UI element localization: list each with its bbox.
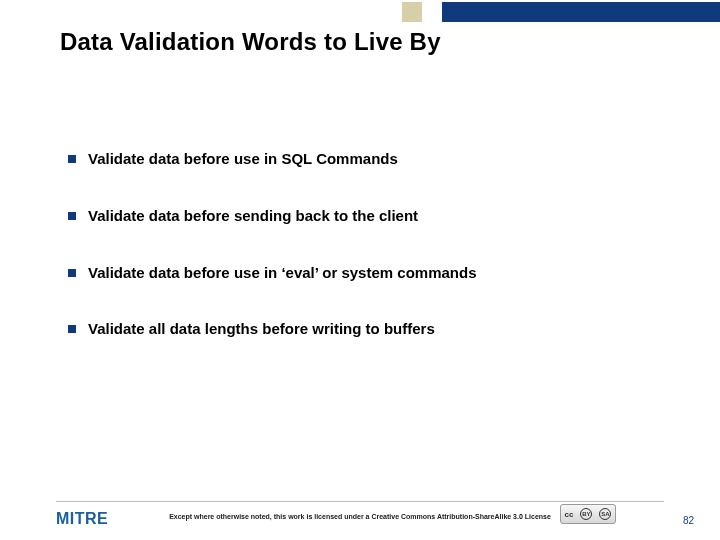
cc-label: cc — [565, 510, 574, 519]
bullet-list: Validate data before use in SQL Commands… — [68, 150, 680, 377]
page-number: 82 — [683, 515, 694, 526]
bullet-icon — [68, 212, 76, 220]
accent-square-white — [422, 2, 442, 22]
bullet-item: Validate data before sending back to the… — [68, 207, 680, 226]
bullet-item: Validate data before use in ‘eval’ or sy… — [68, 264, 680, 283]
bullet-item: Validate data before use in SQL Commands — [68, 150, 680, 169]
bullet-text: Validate data before use in ‘eval’ or sy… — [88, 264, 477, 283]
creative-commons-badge-icon: cc BY SA — [560, 504, 616, 524]
slide-title: Data Validation Words to Live By — [60, 28, 441, 56]
accent-square-beige — [402, 2, 422, 22]
cc-by-icon: BY — [580, 508, 592, 520]
footer-divider — [56, 501, 664, 502]
bullet-text: Validate data before sending back to the… — [88, 207, 418, 226]
cc-sa-icon: SA — [599, 508, 611, 520]
header-accent-bar — [442, 2, 720, 22]
bullet-icon — [68, 155, 76, 163]
bullet-item: Validate all data lengths before writing… — [68, 320, 680, 339]
bullet-text: Validate data before use in SQL Commands — [88, 150, 398, 169]
bullet-icon — [68, 325, 76, 333]
bullet-icon — [68, 269, 76, 277]
bullet-text: Validate all data lengths before writing… — [88, 320, 435, 339]
